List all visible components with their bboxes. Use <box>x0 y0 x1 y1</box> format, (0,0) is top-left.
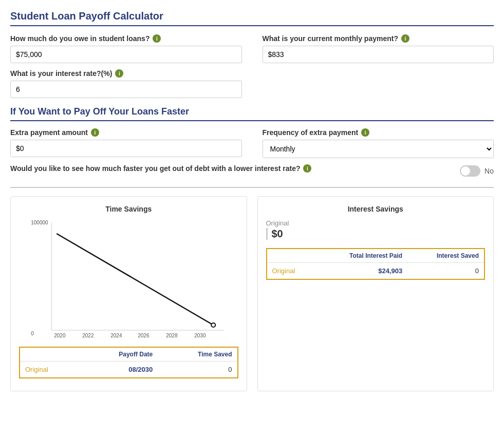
svg-text:2028: 2028 <box>166 333 178 338</box>
lower-rate-toggle[interactable] <box>460 165 480 177</box>
chart-panel: Time Savings 100000 0 2020 2022 2024 202… <box>10 196 247 391</box>
interest-original-label: Original <box>266 219 486 227</box>
extra-payment-info-icon[interactable]: i <box>91 128 99 137</box>
interest-saved-value: 0 <box>407 263 484 280</box>
interest-bar-value: $0 <box>266 228 486 240</box>
lower-rate-info-icon[interactable]: i <box>303 164 311 173</box>
faster-payoff-title: If You Want to Pay Off Your Loans Faster <box>10 106 494 121</box>
table-row: Original $24,903 0 <box>267 263 485 280</box>
page-title: Student Loan Payoff Calculator <box>10 10 494 26</box>
payoff-row-label: Original <box>20 362 80 378</box>
svg-text:0: 0 <box>31 331 34 336</box>
toggle-container: No <box>460 165 494 177</box>
results-area: Time Savings 100000 0 2020 2022 2024 202… <box>10 187 494 391</box>
top-form-section: How much do you owe in student loans? i … <box>10 34 494 98</box>
extra-payment-label: Extra payment amount i <box>10 128 242 137</box>
chart-area: 100000 0 2020 2022 2024 2026 2028 2030 <box>19 218 238 341</box>
lower-rate-label: Would you like to see how much faster yo… <box>10 164 455 173</box>
time-savings-chart: 100000 0 2020 2022 2024 2026 2028 2030 <box>19 218 238 341</box>
table-row: Original 08/2030 0 <box>20 362 238 378</box>
svg-text:2026: 2026 <box>138 333 150 338</box>
interest-rate-input[interactable] <box>10 81 242 98</box>
frequency-info-icon[interactable]: i <box>361 128 369 137</box>
payoff-date-value: 08/2030 <box>80 362 158 378</box>
interest-panel: Interest Savings Original $0 Total Inter… <box>257 196 494 391</box>
frequency-group: Frequency of extra payment i Monthly Bi-… <box>263 128 494 158</box>
payoff-date-table: Payoff Date Time Saved Original 08/2030 … <box>19 347 238 378</box>
monthly-payment-info-icon[interactable]: i <box>401 34 409 43</box>
toggle-state-label: No <box>484 167 494 175</box>
svg-text:2022: 2022 <box>82 333 94 338</box>
svg-point-4 <box>211 323 215 327</box>
extra-payment-input[interactable] <box>10 140 242 157</box>
loan-amount-label: How much do you owe in student loans? i <box>10 34 242 43</box>
row-extra-payment: Extra payment amount i Frequency of extr… <box>10 128 494 158</box>
total-interest-col-header: Total Interest Paid <box>315 249 407 263</box>
svg-text:2020: 2020 <box>54 333 66 338</box>
interest-rate-info-icon[interactable]: i <box>115 69 123 78</box>
loan-amount-group: How much do you owe in student loans? i <box>10 34 242 63</box>
payoff-col-empty <box>20 347 80 362</box>
spacer-group <box>263 69 494 98</box>
payoff-date-col-header: Payoff Date <box>80 347 158 362</box>
total-interest-value: $24,903 <box>315 263 407 280</box>
loan-amount-info-icon[interactable]: i <box>153 34 161 43</box>
time-saved-col-header: Time Saved <box>158 347 237 362</box>
monthly-payment-label: What is your current monthly payment? i <box>263 34 494 43</box>
svg-text:2030: 2030 <box>194 333 206 338</box>
interest-row-label: Original <box>267 263 316 280</box>
time-saved-value: 0 <box>158 362 237 378</box>
lower-rate-row: Would you like to see how much faster yo… <box>10 164 494 177</box>
monthly-payment-input[interactable] <box>263 46 494 63</box>
interest-title: Interest Savings <box>266 205 486 213</box>
frequency-label: Frequency of extra payment i <box>263 128 494 137</box>
interest-savings-table: Total Interest Paid Interest Saved Origi… <box>266 248 486 280</box>
chart-title: Time Savings <box>19 205 238 213</box>
row-interest-rate: What is your interest rate?(%) i <box>10 69 494 98</box>
interest-col-empty <box>267 249 316 263</box>
loan-amount-input[interactable] <box>10 46 242 63</box>
interest-rate-group: What is your interest rate?(%) i <box>10 69 242 98</box>
faster-payoff-section: If You Want to Pay Off Your Loans Faster… <box>10 106 494 177</box>
interest-rate-label: What is your interest rate?(%) i <box>10 69 242 78</box>
svg-text:2024: 2024 <box>110 333 122 338</box>
row-loan-payment: How much do you owe in student loans? i … <box>10 34 494 63</box>
monthly-payment-group: What is your current monthly payment? i <box>263 34 494 63</box>
interest-saved-col-header: Interest Saved <box>407 249 484 263</box>
frequency-select[interactable]: Monthly Bi-weekly Weekly One-time <box>263 140 494 158</box>
svg-text:100000: 100000 <box>31 220 48 225</box>
extra-payment-group: Extra payment amount i <box>10 128 242 158</box>
